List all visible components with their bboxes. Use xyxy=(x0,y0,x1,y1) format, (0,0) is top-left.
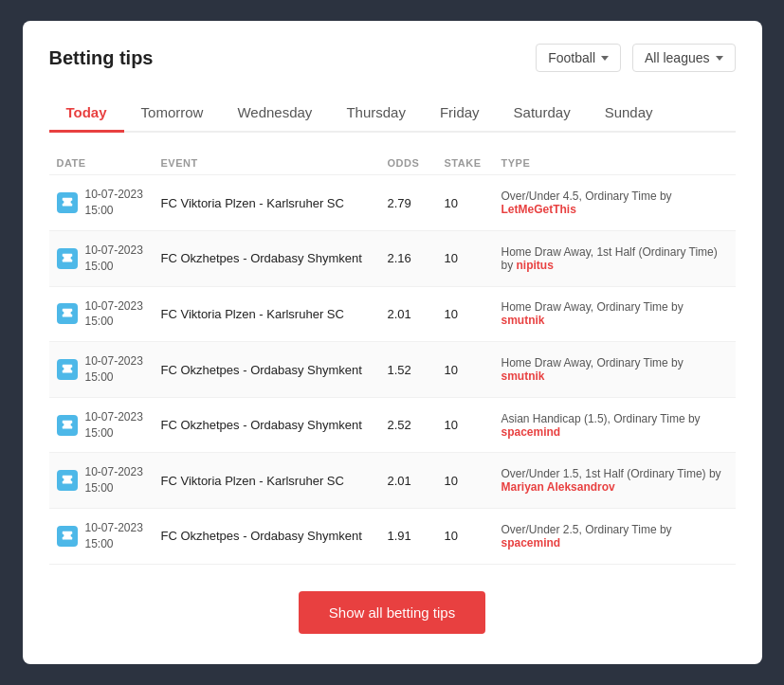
tab-wednesday[interactable]: Wednesday xyxy=(220,95,329,133)
ticket-icon xyxy=(61,196,74,209)
bet-icon xyxy=(57,248,78,269)
chevron-down-icon xyxy=(716,56,723,61)
stake-value: 10 xyxy=(445,251,501,265)
table-row: 10-07-2023 15:00 FC Viktoria Plzen - Kar… xyxy=(49,174,736,230)
tab-friday[interactable]: Friday xyxy=(423,95,497,133)
ticket-icon xyxy=(61,474,74,487)
event-name: FC Viktoria Plzen - Karlsruher SC xyxy=(161,307,388,321)
date-value: 10-07-2023 xyxy=(85,187,143,203)
event-name: FC Okzhetpes - Ordabasy Shymkent xyxy=(161,418,388,432)
ticket-icon xyxy=(61,307,74,320)
time-value: 15:00 xyxy=(85,480,143,496)
tab-today[interactable]: Today xyxy=(49,95,124,133)
col-odds: ODDS xyxy=(388,157,445,169)
event-name: FC Viktoria Plzen - Karlsruher SC xyxy=(161,196,388,210)
date-cell: 10-07-2023 15:00 xyxy=(57,409,161,442)
tab-sunday[interactable]: Sunday xyxy=(588,95,670,133)
table-row: 10-07-2023 15:00 FC Viktoria Plzen - Kar… xyxy=(49,452,736,508)
stake-value: 10 xyxy=(445,529,501,543)
type-text: Over/Under 4.5, Ordinary Time by LetMeGe… xyxy=(501,189,728,216)
odds-value: 1.52 xyxy=(388,363,445,377)
odds-value: 1.91 xyxy=(388,529,445,543)
user-link[interactable]: smutnik xyxy=(501,370,545,383)
time-value: 15:00 xyxy=(85,259,143,275)
type-text: Over/Under 2.5, Ordinary Time by spacemi… xyxy=(501,523,728,550)
date-value: 10-07-2023 xyxy=(85,243,143,259)
user-link[interactable]: LetMeGetThis xyxy=(501,203,576,216)
card-header: Betting tips Football All leagues xyxy=(49,44,736,72)
bet-icon xyxy=(57,526,78,547)
tab-bar: Today Tomorrow Wednesday Thursday Friday… xyxy=(49,95,736,133)
header-controls: Football All leagues xyxy=(536,44,735,72)
col-date: DATE xyxy=(57,157,161,169)
tab-thursday[interactable]: Thursday xyxy=(329,95,423,133)
event-name: FC Viktoria Plzen - Karlsruher SC xyxy=(161,474,388,488)
odds-value: 2.52 xyxy=(388,418,445,432)
tab-tomorrow[interactable]: Tomorrow xyxy=(124,95,221,133)
tab-saturday[interactable]: Saturday xyxy=(497,95,588,133)
date-cell: 10-07-2023 15:00 xyxy=(57,464,161,496)
odds-value: 2.16 xyxy=(388,251,445,265)
date-value: 10-07-2023 xyxy=(85,298,143,315)
user-link[interactable]: Mariyan Aleksandrov xyxy=(501,480,615,494)
time-value: 15:00 xyxy=(85,203,143,219)
col-stake: STAKE xyxy=(445,157,501,169)
date-value: 10-07-2023 xyxy=(85,353,143,370)
type-text: Asian Handicap (1.5), Ordinary Time by s… xyxy=(501,412,728,439)
ticket-icon xyxy=(61,252,74,265)
date-cell: 10-07-2023 15:00 xyxy=(57,298,161,331)
user-link[interactable]: spacemind xyxy=(501,536,561,550)
ticket-icon xyxy=(61,419,74,432)
stake-value: 10 xyxy=(445,307,501,321)
date-value: 10-07-2023 xyxy=(85,409,143,425)
table-header: DATE EVENT ODDS STAKE TYPE xyxy=(49,152,736,174)
event-name: FC Okzhetpes - Ordabasy Shymkent xyxy=(161,529,388,543)
col-event: EVENT xyxy=(161,157,388,169)
stake-value: 10 xyxy=(445,196,501,210)
date-cell: 10-07-2023 15:00 xyxy=(57,243,161,275)
ticket-icon xyxy=(61,530,74,543)
bet-icon xyxy=(57,415,78,436)
bet-icon xyxy=(57,303,78,324)
sport-dropdown[interactable]: Football xyxy=(536,44,621,72)
user-link[interactable]: smutnik xyxy=(501,314,545,327)
chevron-down-icon xyxy=(601,56,609,61)
col-type: TYPE xyxy=(501,157,728,169)
bet-icon xyxy=(57,470,78,491)
event-name: FC Okzhetpes - Ordabasy Shymkent xyxy=(161,363,388,377)
type-text: Over/Under 1.5, 1st Half (Ordinary Time)… xyxy=(501,467,728,494)
bet-icon xyxy=(57,359,78,380)
odds-value: 2.79 xyxy=(388,196,445,210)
table-row: 10-07-2023 15:00 FC Okzhetpes - Ordabasy… xyxy=(49,230,736,286)
odds-value: 2.01 xyxy=(388,307,445,321)
date-value: 10-07-2023 xyxy=(85,464,143,480)
ticket-icon xyxy=(61,363,74,376)
bet-icon xyxy=(57,192,78,213)
stake-value: 10 xyxy=(445,418,501,432)
user-link[interactable]: spacemind xyxy=(501,425,561,439)
type-text: Home Draw Away, Ordinary Time by smutnik xyxy=(501,356,728,383)
date-cell: 10-07-2023 15:00 xyxy=(57,187,161,219)
table-body: 10-07-2023 15:00 FC Viktoria Plzen - Kar… xyxy=(49,174,736,564)
table-row: 10-07-2023 15:00 FC Okzhetpes - Ordabasy… xyxy=(49,508,736,565)
time-value: 15:00 xyxy=(85,370,143,386)
page-title: Betting tips xyxy=(49,47,154,69)
stake-value: 10 xyxy=(445,363,501,377)
show-all-button[interactable]: Show all betting tips xyxy=(299,591,485,634)
date-value: 10-07-2023 xyxy=(85,520,143,536)
event-name: FC Okzhetpes - Ordabasy Shymkent xyxy=(161,251,388,265)
table-row: 10-07-2023 15:00 FC Viktoria Plzen - Kar… xyxy=(49,286,736,342)
type-text: Home Draw Away, Ordinary Time by smutnik xyxy=(501,300,728,327)
stake-value: 10 xyxy=(445,474,501,488)
odds-value: 2.01 xyxy=(388,474,445,488)
betting-tips-card: Betting tips Football All leagues Today … xyxy=(23,21,762,663)
date-cell: 10-07-2023 15:00 xyxy=(57,520,161,552)
time-value: 15:00 xyxy=(85,536,143,552)
table-row: 10-07-2023 15:00 FC Okzhetpes - Ordabasy… xyxy=(49,341,736,397)
time-value: 15:00 xyxy=(85,425,143,442)
type-text: Home Draw Away, 1st Half (Ordinary Time)… xyxy=(501,245,728,272)
date-cell: 10-07-2023 15:00 xyxy=(57,353,161,386)
league-dropdown[interactable]: All leagues xyxy=(632,44,736,72)
table-row: 10-07-2023 15:00 FC Okzhetpes - Ordabasy… xyxy=(49,397,736,453)
user-link[interactable]: nipitus xyxy=(517,259,554,272)
